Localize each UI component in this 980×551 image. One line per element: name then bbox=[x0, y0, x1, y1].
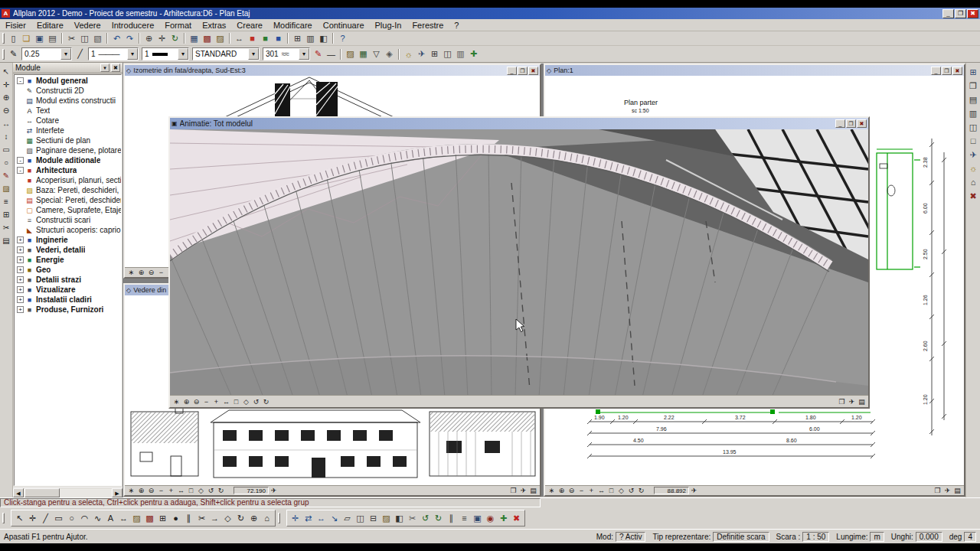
window-titlebar[interactable]: ▣ Animatie: Tot modelul _ ❐ ✖ bbox=[170, 118, 868, 129]
distribute-icon[interactable]: ≡ bbox=[458, 511, 471, 525]
restore-button[interactable]: ❐ bbox=[846, 119, 856, 128]
rotate-left-icon[interactable]: ↺ bbox=[206, 486, 216, 495]
menu-format[interactable]: Format bbox=[159, 20, 197, 31]
rotate-left-icon[interactable]: ↺ bbox=[251, 397, 261, 406]
smaller-icon[interactable]: − bbox=[156, 268, 166, 277]
minimize-button[interactable]: _ bbox=[507, 67, 517, 75]
full-view-icon[interactable]: □ bbox=[186, 486, 196, 495]
green-module-icon[interactable]: ■ bbox=[259, 32, 272, 44]
tree-item[interactable]: + ■ Inginerie bbox=[15, 235, 121, 245]
expander-icon[interactable]: + bbox=[17, 306, 24, 313]
tree-item[interactable]: ▧ Paginare desene, plotare bbox=[15, 145, 121, 155]
align-icon[interactable]: ∥ bbox=[445, 511, 458, 525]
separator[interactable] bbox=[398, 49, 400, 60]
fit-icon[interactable]: ↔ bbox=[176, 486, 186, 495]
tree-item[interactable]: ◣ Structuri acoperis: caprio bbox=[15, 225, 121, 235]
split-icon[interactable]: ◫ bbox=[967, 120, 980, 134]
toolbar-grip[interactable] bbox=[2, 49, 5, 60]
select-icon[interactable]: ↖ bbox=[13, 511, 26, 525]
separator[interactable] bbox=[340, 49, 341, 60]
add-icon[interactable]: ✚ bbox=[467, 48, 480, 60]
chart-icon[interactable]: ◧ bbox=[317, 32, 330, 44]
close-button[interactable]: ✖ bbox=[857, 119, 867, 128]
skew-icon[interactable]: ▱ bbox=[341, 511, 354, 525]
separator[interactable] bbox=[106, 33, 108, 44]
jump-icon[interactable]: ✈ bbox=[689, 486, 699, 495]
redraw-icon[interactable]: ∗ bbox=[126, 486, 136, 495]
pattern-icon[interactable]: ▦ bbox=[357, 48, 370, 60]
zoom-out-icon[interactable]: ⊖ bbox=[191, 397, 201, 406]
menu-creare[interactable]: Creare bbox=[231, 20, 268, 31]
tile-vertical-icon[interactable]: ▥ bbox=[967, 106, 980, 120]
redraw-icon[interactable]: ∗ bbox=[172, 397, 181, 406]
red-module-icon[interactable]: ■ bbox=[246, 32, 259, 44]
zoom-out-icon[interactable]: ⊖ bbox=[567, 486, 577, 495]
tree-item[interactable]: ■ Acoperisuri, planuri, secti bbox=[15, 175, 121, 185]
separator[interactable] bbox=[61, 33, 63, 44]
cascade-icon[interactable]: ❐ bbox=[967, 79, 980, 93]
undo-icon[interactable]: ↶ bbox=[110, 32, 123, 44]
pen-width-combo[interactable]: 0.25 ▾ bbox=[21, 47, 72, 60]
line-style-icon[interactable]: — bbox=[325, 48, 338, 60]
scrollbar-thumb[interactable] bbox=[24, 488, 60, 497]
tile-horizontal-icon[interactable]: ▤ bbox=[967, 93, 980, 106]
tree-item[interactable]: - ■ Arhitectura bbox=[15, 165, 121, 175]
fit-icon[interactable]: ↔ bbox=[221, 397, 231, 406]
tree-item[interactable]: ▤ Modul extins constructii bbox=[15, 96, 121, 106]
expander-icon[interactable]: + bbox=[17, 286, 24, 293]
tree-item[interactable]: + ■ Geo bbox=[15, 265, 121, 275]
view-props-icon[interactable]: ▤ bbox=[857, 397, 867, 406]
modify-hatch-icon[interactable]: ▨ bbox=[380, 511, 393, 525]
crosshair-icon[interactable]: ✛ bbox=[1, 78, 12, 91]
mod-value[interactable]: ? Activ bbox=[616, 532, 645, 542]
redo-icon[interactable]: ↷ bbox=[123, 32, 136, 44]
lock-icon[interactable]: ◈ bbox=[383, 48, 396, 60]
new-file-icon[interactable]: ▯ bbox=[7, 32, 20, 44]
rotate-left-icon[interactable]: ↺ bbox=[626, 486, 636, 495]
swap-icon[interactable]: ⇄ bbox=[302, 511, 315, 525]
larger-icon[interactable]: + bbox=[211, 397, 221, 406]
fit-icon[interactable]: ↔ bbox=[596, 486, 606, 495]
expander-icon[interactable]: + bbox=[17, 236, 24, 243]
expander-icon[interactable]: + bbox=[17, 296, 24, 303]
copy-view-icon[interactable]: ❐ bbox=[933, 486, 942, 495]
zoom-in-icon[interactable]: ⊕ bbox=[1, 91, 12, 104]
angle-value[interactable]: 0.000 bbox=[916, 532, 942, 542]
snap-icon[interactable]: ✛ bbox=[26, 511, 39, 525]
zoom-tool-icon[interactable]: ⊕ bbox=[247, 511, 260, 525]
undo-modify-icon[interactable]: ↺ bbox=[419, 511, 432, 525]
cut-icon[interactable]: ✂ bbox=[65, 32, 78, 44]
animation-viewport[interactable] bbox=[170, 129, 868, 395]
tree-item[interactable]: A Text bbox=[15, 106, 121, 116]
restore-button[interactable]: ❐ bbox=[942, 67, 952, 75]
separator[interactable] bbox=[229, 33, 230, 44]
region-icon[interactable]: ▭ bbox=[1, 143, 12, 156]
separator[interactable] bbox=[287, 33, 289, 44]
move-icon[interactable]: ✛ bbox=[289, 511, 302, 525]
window-titlebar[interactable]: ◇ Izometrie din fata/dreapta, Sud-Est:3 … bbox=[125, 65, 540, 76]
full-view-icon[interactable]: □ bbox=[606, 486, 616, 495]
spline-icon[interactable]: ∿ bbox=[91, 511, 104, 525]
add-point-icon[interactable]: ✚ bbox=[497, 511, 510, 525]
iso-view-icon[interactable]: ◇ bbox=[241, 397, 251, 406]
menu-help[interactable]: ? bbox=[449, 20, 464, 31]
select-arrow-icon[interactable]: ↖ bbox=[1, 65, 12, 78]
grid-toggle-icon[interactable]: ⊞ bbox=[1, 208, 12, 221]
open-folder-icon[interactable]: ❏ bbox=[20, 32, 33, 44]
panel-pin-icon[interactable]: ▾ bbox=[100, 64, 109, 72]
window-titlebar[interactable]: ◇ Plan:1 _ ❐ ✖ bbox=[545, 65, 964, 76]
tree-item[interactable]: ≡ Constructii scari bbox=[15, 215, 121, 225]
menu-ferestre[interactable]: Ferestre bbox=[407, 20, 449, 31]
fill-icon[interactable]: ▩ bbox=[143, 511, 156, 525]
tree-item[interactable]: ✎ Constructii 2D bbox=[15, 86, 121, 96]
stretch-icon[interactable]: ↔ bbox=[315, 511, 328, 525]
tree-item[interactable]: ⇄ Interfete bbox=[15, 126, 121, 135]
scale-value[interactable]: 1 : 50 bbox=[802, 532, 829, 542]
redraw-icon[interactable]: ∗ bbox=[126, 268, 136, 277]
module-panel-header[interactable]: Module ▾ ✖ bbox=[13, 63, 122, 73]
tree-item[interactable]: ▢ Camere, Suprafete, Etaje bbox=[15, 205, 121, 215]
tree-item[interactable]: ▤ Special: Pereti, deschideri bbox=[15, 195, 121, 205]
separator[interactable] bbox=[332, 33, 334, 44]
tree-item[interactable]: + ■ Detalii strazi bbox=[15, 275, 121, 285]
columns-icon[interactable]: ▥ bbox=[304, 32, 317, 44]
